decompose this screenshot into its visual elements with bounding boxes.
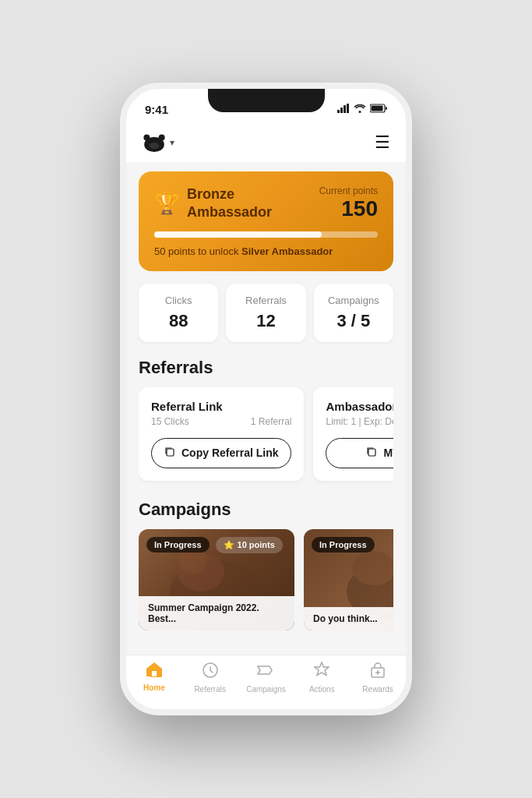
ambassador-tier-name: Bronze bbox=[187, 185, 272, 203]
nav-item-actions[interactable]: Actions bbox=[301, 662, 344, 694]
referrals-section: Referrals Referral Link 15 Clicks 1 Refe… bbox=[139, 358, 393, 484]
trophy-icon: 🏆 bbox=[154, 192, 179, 216]
svg-rect-3 bbox=[347, 104, 349, 113]
rewards-nav-label: Rewards bbox=[362, 685, 393, 694]
referrals-scroll: Referral Link 15 Clicks 1 Referral Copy … bbox=[139, 387, 393, 484]
actions-icon bbox=[314, 662, 329, 683]
stat-label-campaigns: Campaigns bbox=[323, 295, 384, 306]
campaign-2-status-badge: In Progress bbox=[312, 537, 375, 553]
campaigns-nav-label: Campaigns bbox=[246, 685, 286, 694]
ambassador-card-top: 🏆 Bronze Ambassador Current points 150 bbox=[154, 185, 378, 222]
bear-logo-icon bbox=[142, 133, 167, 152]
logo-area: ▾ bbox=[142, 133, 174, 152]
stat-card-clicks: Clicks 88 bbox=[139, 284, 218, 342]
ambassador-card: 🏆 Bronze Ambassador Current points 150 bbox=[139, 171, 393, 271]
stat-card-campaigns: Campaigns 3 / 5 bbox=[314, 284, 393, 342]
campaign-1-caption: Summer Campaign 2022. Best... bbox=[139, 596, 294, 630]
campaign-2-overlay: In Progress bbox=[304, 529, 393, 560]
svg-rect-5 bbox=[372, 105, 383, 111]
referral-clicks: 15 Clicks bbox=[151, 416, 189, 427]
campaigns-section-title: Campaigns bbox=[139, 500, 393, 520]
ambassador-tier-label: Ambassador bbox=[187, 203, 272, 221]
progress-bar-background bbox=[154, 231, 378, 238]
progress-text: 50 points to unlock Silver Ambassador bbox=[154, 245, 378, 257]
battery-icon bbox=[370, 104, 387, 115]
points-label: Current points bbox=[319, 185, 378, 196]
dropdown-chevron-icon[interactable]: ▾ bbox=[170, 137, 174, 148]
svg-rect-1 bbox=[340, 108, 343, 113]
svg-rect-10 bbox=[167, 449, 174, 456]
referrals-section-title: Referrals bbox=[139, 358, 393, 378]
referral-card-1-meta: 15 Clicks 1 Referral bbox=[151, 416, 291, 427]
home-icon bbox=[146, 662, 163, 681]
referral-card-1: Referral Link 15 Clicks 1 Referral Copy … bbox=[139, 387, 304, 481]
referral-card-2-meta: Limit: 1 | Exp: Dec. 30 bbox=[326, 416, 393, 427]
campaign-1-status-badge: In Progress bbox=[146, 537, 210, 553]
referrals-nav-label: Referrals bbox=[194, 685, 226, 694]
stat-value-campaigns: 3 / 5 bbox=[323, 311, 384, 331]
campaign-card-1[interactable]: In Progress ⭐ 10 points Summer Campaign … bbox=[139, 529, 294, 630]
campaigns-section: Campaigns In Progress bbox=[139, 500, 393, 634]
status-time: 9:41 bbox=[145, 103, 168, 116]
copy-referral-2-button[interactable]: MYSH... bbox=[326, 438, 393, 468]
stat-card-referrals: Referrals 12 bbox=[226, 284, 305, 342]
svg-point-7 bbox=[143, 135, 150, 141]
ambassador-title-area: 🏆 Bronze Ambassador bbox=[154, 185, 272, 222]
svg-point-9 bbox=[150, 143, 160, 149]
stat-value-referrals: 12 bbox=[235, 311, 296, 331]
campaigns-icon bbox=[257, 662, 274, 683]
copy-icon-2 bbox=[366, 447, 377, 460]
menu-button[interactable]: ☰ bbox=[375, 132, 390, 153]
svg-rect-0 bbox=[337, 110, 340, 113]
campaign-2-caption: Do you think... bbox=[304, 607, 393, 630]
copy-referral-link-button[interactable]: Copy Referral Link bbox=[151, 438, 291, 468]
referral-card-2-title: Ambassadors Frie... bbox=[326, 400, 393, 413]
referral-2-limit: Limit: 1 | Exp: Dec. 30 bbox=[326, 416, 393, 427]
nav-item-referrals[interactable]: Referrals bbox=[188, 662, 231, 694]
campaign-1-points-badge: ⭐ 10 points bbox=[216, 537, 283, 553]
campaign-1-overlay: In Progress ⭐ 10 points bbox=[139, 529, 294, 561]
svg-rect-17 bbox=[152, 671, 157, 676]
progress-bar-fill bbox=[154, 231, 322, 238]
bottom-navigation: Home Referrals Campaigns Actions bbox=[126, 655, 406, 709]
stat-label-clicks: Clicks bbox=[148, 295, 209, 306]
header: ▾ ☰ bbox=[126, 123, 406, 162]
referrals-icon bbox=[202, 662, 219, 683]
stat-label-referrals: Referrals bbox=[235, 295, 296, 306]
referral-count: 1 Referral bbox=[251, 416, 292, 427]
svg-rect-2 bbox=[344, 105, 346, 113]
screen-content: ▾ ☰ 🏆 Bronze Ambassador Current poi bbox=[126, 123, 406, 709]
progress-unlock-label: Silver Ambassador bbox=[241, 245, 333, 257]
copy-referral-2-label: MYSH... bbox=[383, 447, 393, 459]
points-value: 150 bbox=[319, 196, 378, 221]
points-icon: ⭐ bbox=[224, 540, 234, 550]
home-nav-label: Home bbox=[143, 683, 165, 692]
stat-value-clicks: 88 bbox=[148, 311, 209, 331]
campaigns-scroll: In Progress ⭐ 10 points Summer Campaign … bbox=[139, 529, 393, 634]
copy-icon bbox=[164, 447, 175, 460]
status-icons bbox=[337, 104, 387, 115]
nav-item-campaigns[interactable]: Campaigns bbox=[245, 662, 287, 694]
referral-card-1-title: Referral Link bbox=[151, 400, 291, 413]
signal-icon bbox=[337, 104, 350, 115]
copy-referral-link-label: Copy Referral Link bbox=[181, 447, 278, 459]
points-area: Current points 150 bbox=[319, 185, 378, 221]
nav-item-rewards[interactable]: Rewards bbox=[357, 662, 400, 694]
svg-rect-11 bbox=[368, 449, 375, 456]
svg-point-8 bbox=[159, 135, 165, 141]
nav-item-home[interactable]: Home bbox=[132, 662, 175, 694]
campaign-card-2[interactable]: In Progress Do you think... bbox=[304, 529, 393, 630]
stats-row: Clicks 88 Referrals 12 Campaigns 3 / 5 bbox=[139, 284, 393, 342]
actions-nav-label: Actions bbox=[309, 685, 335, 694]
main-content: 🏆 Bronze Ambassador Current points 150 bbox=[126, 162, 406, 655]
referral-card-2: Ambassadors Frie... Limit: 1 | Exp: Dec.… bbox=[313, 387, 393, 481]
rewards-icon bbox=[369, 662, 386, 683]
notch bbox=[208, 89, 325, 112]
phone-frame: 9:41 ▾ ☰ bbox=[120, 83, 412, 715]
wifi-icon bbox=[354, 104, 366, 115]
